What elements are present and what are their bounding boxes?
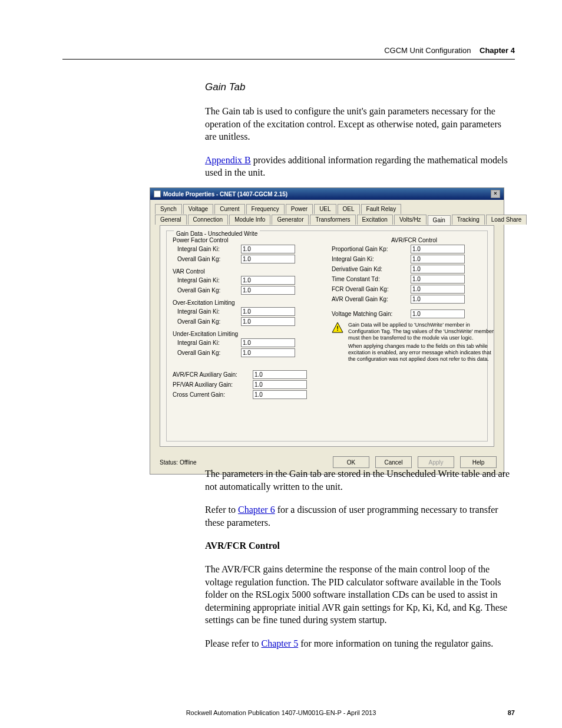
publication-text: Rockwell Automation Publication 1407-UM0… (0, 709, 562, 716)
fcr-kg-label: FCR Overall Gain Kg: (332, 286, 407, 292)
module-properties-dialog: Module Properties - CNET (1407-CGCM 2.15… (150, 187, 504, 475)
aux1-label: AVR/FCR Auxiliary Gain: (173, 371, 249, 378)
tab-current[interactable]: Current (214, 204, 244, 214)
tab-power[interactable]: Power (286, 204, 313, 214)
paragraph-3: The parameters in the Gain tab are store… (205, 467, 515, 493)
vm-label: Voltage Matching Gain: (332, 311, 407, 317)
app-icon (154, 190, 161, 197)
tab-voltage[interactable]: Voltage (183, 204, 213, 214)
dialog-titlebar: Module Properties - CNET (1407-CGCM 2.15… (150, 188, 504, 200)
dialog-title: Module Properties - CNET (1407-CGCM 2.15… (163, 191, 491, 197)
warning-text-1: Gain Data will be applied to 'UnschWrite… (348, 322, 497, 341)
tab-uel[interactable]: UEL (314, 204, 336, 214)
warning-text-2: When applying changes made to the fields… (348, 343, 497, 362)
vm-input[interactable] (411, 309, 465, 318)
oel-ki-input[interactable] (241, 307, 295, 316)
warning-icon: ! (332, 322, 343, 334)
section-title: Gain Tab (205, 81, 515, 93)
ki-label: Integral Gain Ki: (332, 256, 407, 262)
right-column: AVR/FCR Control Proportional Gain Kp: In… (332, 235, 497, 363)
aux1-input[interactable] (253, 370, 307, 379)
kp-label: Proportional Gain Kp: (332, 246, 407, 252)
uel-kg-input[interactable] (241, 348, 295, 357)
apply-button[interactable]: Apply (418, 456, 454, 468)
paragraph-6: Please refer to Chapter 5 for more infor… (205, 637, 515, 650)
page-header: CGCM Unit Configuration Chapter 4 (384, 46, 515, 55)
para6-a: Please refer to (205, 638, 262, 648)
oel-title: Over-Excitation Limiting (173, 299, 320, 306)
tab-general[interactable]: General (155, 215, 187, 225)
svg-text:!: ! (336, 325, 339, 332)
kp-input[interactable] (411, 245, 465, 253)
link-appendix-b[interactable]: Appendix B (205, 155, 251, 165)
pf-kg-label: Overall Gain Kg: (173, 256, 237, 262)
paragraph-2b: provides additional information regardin… (205, 155, 508, 178)
help-button[interactable]: Help (460, 456, 497, 468)
var-ki-label: Integral Gain Ki: (173, 277, 237, 284)
pf-ki-label: Integral Gain Ki: (173, 246, 237, 252)
header-chapter: Chapter 4 (480, 46, 515, 55)
kd-label: Derivative Gain Kd: (332, 266, 407, 272)
uel-kg-label: Overall Gain Kg: (173, 350, 237, 356)
page-footer: Rockwell Automation Publication 1407-UM0… (0, 709, 562, 716)
link-chapter-6[interactable]: Chapter 6 (238, 505, 275, 515)
status-text: Status: Offline (157, 459, 327, 466)
oel-kg-input[interactable] (241, 317, 295, 326)
para4-a: Refer to (205, 505, 238, 515)
uel-ki-input[interactable] (241, 338, 295, 347)
close-icon[interactable]: × (491, 190, 500, 198)
paragraph-2: Appendix B provides additional informati… (205, 154, 515, 179)
cc-label: Cross Current Gain: (173, 391, 249, 398)
pf-title: Power Factor Control (173, 237, 320, 243)
cancel-button[interactable]: Cancel (375, 456, 412, 468)
var-ki-input[interactable] (241, 276, 295, 285)
uel-title: Under-Excitation Limiting (173, 331, 320, 337)
group-box: Gain Data - Unscheduled Write Power Fact… (166, 230, 488, 442)
oel-ki-label: Integral Gain Ki: (173, 308, 237, 315)
uel-ki-label: Integral Gain Ki: (173, 340, 237, 346)
tab-transformers[interactable]: Transformers (310, 215, 355, 225)
fcr-kg-input[interactable] (411, 285, 465, 294)
left-column: Power Factor Control Integral Gain Ki: O… (173, 235, 320, 400)
tab-fault-relay[interactable]: Fault Relay (361, 204, 402, 214)
tab-synch[interactable]: Synch (155, 204, 182, 214)
kd-input[interactable] (411, 265, 465, 274)
ki-input[interactable] (411, 255, 465, 263)
var-kg-label: Overall Gain Kg: (173, 287, 237, 294)
page-number: 87 (508, 709, 515, 716)
paragraph-5: The AVR/FCR gains determine the response… (205, 563, 515, 627)
aux2-label: PF/VAR Auxiliary Gain: (173, 381, 249, 388)
td-input[interactable] (411, 275, 465, 284)
aux2-input[interactable] (253, 380, 307, 389)
tab-connection[interactable]: Connection (188, 215, 229, 225)
pf-ki-input[interactable] (241, 245, 295, 253)
var-title: VAR Control (173, 268, 320, 275)
paragraph-4: Refer to Chapter 6 for a discussion of u… (205, 503, 515, 529)
tab-gain[interactable]: Gain (428, 215, 451, 226)
tab-volts-hz[interactable]: Volts/Hz (394, 215, 427, 225)
cc-input[interactable] (253, 390, 307, 399)
td-label: Time Constant Td: (332, 276, 407, 282)
tab-panel: Gain Data - Unscheduled Write Power Fact… (160, 225, 494, 447)
tab-tracking[interactable]: Tracking (452, 215, 485, 225)
ok-button[interactable]: OK (333, 456, 369, 468)
tab-frequency[interactable]: Frequency (246, 204, 285, 214)
avr-kg-input[interactable] (411, 295, 465, 304)
avr-fcr-title: AVR/FCR Control (332, 237, 497, 243)
avr-kg-label: AVR Overall Gain Kg: (332, 296, 407, 302)
pf-kg-input[interactable] (241, 255, 295, 263)
tabs-row-2: General Connection Module Info Generator… (155, 215, 499, 225)
para6-b: for more information on tuning the regul… (298, 638, 493, 648)
var-kg-input[interactable] (241, 286, 295, 295)
header-rule (62, 59, 515, 60)
oel-kg-label: Overall Gain Kg: (173, 318, 237, 325)
tab-oel[interactable]: OEL (338, 204, 360, 214)
tabs: Synch Voltage Current Frequency Power UE… (150, 200, 504, 447)
paragraph-1: The Gain tab is used to configure the un… (205, 105, 515, 143)
tab-excitation[interactable]: Excitation (357, 215, 393, 225)
tab-generator[interactable]: Generator (272, 215, 309, 225)
tab-load-share[interactable]: Load Share (486, 215, 527, 225)
tab-module-info[interactable]: Module Info (229, 215, 270, 225)
link-chapter-5[interactable]: Chapter 5 (262, 638, 299, 648)
header-text: CGCM Unit Configuration (384, 46, 471, 55)
